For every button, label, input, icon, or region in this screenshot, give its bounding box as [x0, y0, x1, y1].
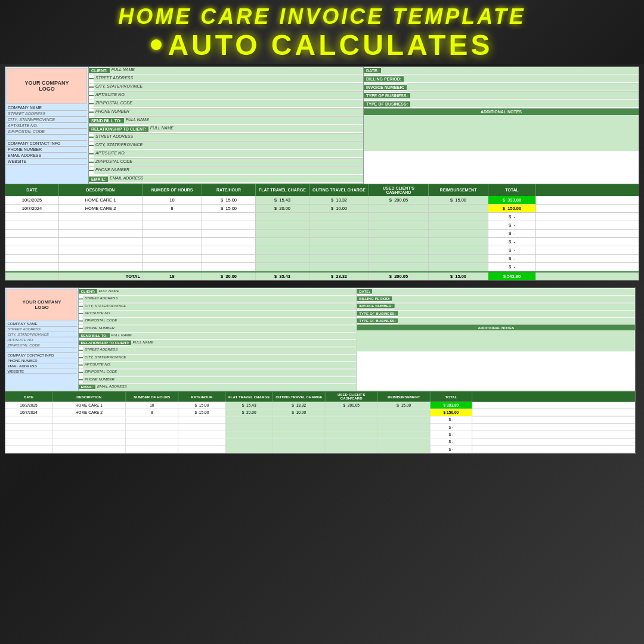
table-row: 10/2/2025 HOME CARE 1 10 $ 15.00 $ 15.43… — [5, 196, 639, 205]
table-row: 10/7/2024 HOME CARE 2 8 $ 15.00 $ 20.00 … — [5, 205, 639, 213]
client-label-blank1 — [89, 78, 94, 79]
company-contact-header — [7, 135, 87, 141]
relationship-label: RELATIONSHIP TO CLIENT: — [89, 126, 148, 132]
total-label: TOTAL — [59, 273, 143, 280]
invoice-label: INVOICE NUMBER: — [364, 85, 407, 90]
client-label: CLIENT: — [89, 68, 110, 73]
td-total-1: $ 393.80 — [488, 196, 536, 204]
td-reimb-1: $ 15.00 — [429, 196, 488, 204]
bullet-icon — [151, 39, 162, 50]
rel-label-blank2 — [89, 145, 94, 146]
right-type1-row: TYPE OF BUSINESS: — [364, 92, 639, 100]
company-contact-info-2: COMPANY CONTACT INFO — [7, 353, 78, 358]
right-invoice-row: INVOICE NUMBER: — [364, 83, 639, 92]
rel-label-blank5 — [89, 170, 94, 171]
company-website: WEBSITE — [7, 159, 87, 165]
client-label-blank3 — [89, 95, 94, 96]
date-value — [381, 67, 639, 74]
th-outing: OUTING TRAVEL CHARGE — [309, 184, 369, 196]
invoice2-wrapper: YOUR COMPANYLOGO COMPANY NAME STREET ADD… — [0, 286, 644, 481]
total-used: $ 200.05 — [369, 273, 429, 280]
table-row: $ - — [5, 263, 639, 271]
company-contact-header-2 — [7, 348, 78, 353]
td-outing-2: $ 10.00 — [309, 205, 369, 212]
table-row: $ - — [5, 221, 639, 230]
company-email: EMAIL ADDRESS — [7, 153, 87, 159]
client-apt: APT/SUITE NO. — [94, 92, 363, 99]
right-billing-row: BILLING PERIOD: — [364, 75, 639, 83]
main-title: HOME CARE INVOICE TEMPLATE — [6, 5, 638, 29]
td-rate-2: $ 15.00 — [202, 205, 256, 212]
client-row-email: EMAIL: EMAIL ADDRESS — [89, 175, 363, 184]
company-phone-2: PHONE NUMBER — [7, 358, 78, 363]
rel-city: CITY, STATE/PROVINCE — [94, 142, 363, 149]
company-phone: PHONE NUMBER — [7, 147, 87, 153]
logo-box-2: YOUR COMPANYLOGO — [7, 289, 78, 320]
client-label-blank4 — [89, 103, 94, 104]
company-apt-2: APT/SUITE NO. — [7, 337, 78, 342]
td-used-2 — [369, 205, 429, 212]
td-outing-1: $ 13.32 — [309, 196, 369, 204]
client-phone: PHONE NUMBER — [94, 109, 363, 116]
info-area-2: YOUR COMPANYLOGO COMPANY NAME STREET ADD… — [5, 287, 635, 391]
total-flat: $ 35.43 — [256, 273, 309, 280]
client-row-rel-phone: PHONE NUMBER — [89, 167, 363, 175]
table-row: $ - — [5, 416, 635, 423]
client-row-city: CITY, STATE/PROVINCE — [89, 83, 363, 92]
company-street-2: STREET ADDRESS — [7, 327, 78, 332]
rel-label-blank3 — [89, 153, 94, 154]
company-zip-2: ZIP/POSTAL CODE — [7, 342, 78, 348]
td-desc-2: HOME CARE 2 — [59, 205, 143, 212]
rel-apt: APT/SUITE NO. — [94, 150, 363, 157]
right-type2-row: TYPE OF BUSINESS: — [364, 100, 639, 109]
td-total-3: $ - — [488, 213, 536, 221]
table-row: $ - — [5, 246, 639, 255]
client-row-sendbill: SEND BILL TO: FULL NAME — [89, 117, 363, 125]
type2-label: TYPE OF BUSINESS: — [364, 101, 410, 107]
table-header-2: DATE DESCRIPTION NUMBER OF HOURS RATE/HO… — [5, 391, 635, 402]
rel-label-blank1 — [89, 137, 94, 138]
td-hours-2: 8 — [143, 205, 202, 212]
client-row-rel-zip: ZIP/POSTAL CODE — [89, 159, 363, 167]
td-date-3 — [5, 213, 59, 221]
td-date-2: 10/7/2024 — [5, 205, 59, 212]
client-fullname: FULL NAME — [110, 67, 363, 74]
table-row: 10/7/2024 HOME CARE 2 8 $ 15.00 $ 20.00 … — [5, 409, 635, 416]
table-area-2: DATE DESCRIPTION NUMBER OF HOURS RATE/HO… — [5, 391, 635, 453]
additional-notes-header: ADDITIONAL NOTES — [364, 109, 639, 115]
rel-label-blank4 — [89, 162, 94, 163]
total-amount: $ 543.80 — [488, 273, 536, 280]
invoice1-wrapper: YOUR COMPANYLOGO COMPANY NAME STREET ADD… — [0, 64, 644, 286]
th-used: USED CLIENT'S CASH/CARD — [369, 184, 429, 196]
client-row-rel-apt: APT/SUITE NO. — [89, 150, 363, 159]
right-col: DATE: BILLING PERIOD: INVOICE NUMBER: TY… — [364, 67, 639, 184]
table-row: $ - — [5, 431, 635, 438]
company-city: CITY, STATE/PROVINCE — [7, 117, 87, 123]
table-row: $ - — [5, 230, 639, 238]
right-col-2: DATE: BILLING PERIOD: INVOICE NUMBER: TY… — [357, 287, 636, 390]
sendbill-label: SEND BILL TO: — [89, 118, 124, 123]
client-city: CITY, STATE/PROVINCE — [94, 83, 363, 91]
email-value: EMAIL ADDRESS — [108, 175, 363, 182]
right-date-row: DATE: — [364, 67, 639, 75]
header-section: HOME CARE INVOICE TEMPLATE AUTO CALCULAT… — [0, 0, 644, 64]
company-contact-info: COMPANY CONTACT INFO — [7, 141, 87, 147]
table-header: DATE DESCRIPTION NUMBER OF HOURS RATE/HO… — [5, 184, 639, 196]
th-date: DATE — [5, 184, 59, 196]
table-row: $ - — [5, 255, 639, 263]
td-hours-3 — [143, 213, 202, 221]
rel-street: STREET ADDRESS — [94, 134, 363, 141]
client-row-zip: ZIP/POSTAL CODE — [89, 100, 363, 109]
sendbill-name: FULL NAME — [124, 117, 363, 124]
td-total-2: $ 150.00 — [488, 205, 536, 212]
table-row: 10/2/2025 HOME CARE 1 10 $ 15.00 $ 15.43… — [5, 401, 635, 408]
total-label-empty — [5, 273, 59, 280]
invoice1-block: YOUR COMPANYLOGO COMPANY NAME STREET ADD… — [5, 66, 639, 281]
td-rate-3 — [202, 213, 256, 221]
total-outing: $ 23.32 — [309, 273, 369, 280]
client-row-rel-city: CITY, STATE/PROVINCE — [89, 142, 363, 150]
td-hours-1: 10 — [143, 196, 202, 204]
total-hours: 18 — [143, 273, 202, 280]
td-date-1: 10/2/2025 — [5, 196, 59, 204]
client-zip: ZIP/POSTAL CODE — [94, 100, 363, 107]
